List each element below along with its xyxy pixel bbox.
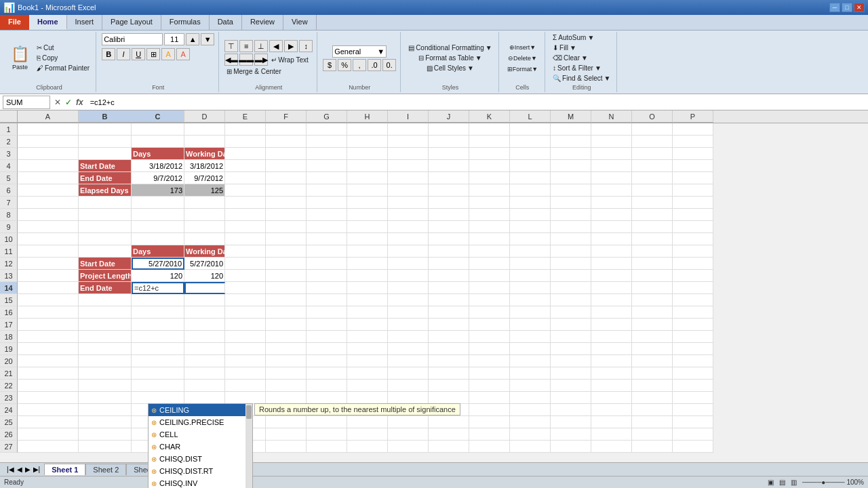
align-middle-button[interactable]: ≡ xyxy=(239,40,253,52)
cell-a6[interactable] xyxy=(18,184,79,197)
cell-a5[interactable] xyxy=(18,172,79,184)
cell-m6[interactable] xyxy=(551,184,591,197)
cell-f12[interactable] xyxy=(266,258,307,270)
cell-e8[interactable] xyxy=(225,209,266,221)
cell-styles-button[interactable]: ▨ Cell Styles ▼ xyxy=(425,64,476,73)
row-header-12[interactable]: 12 xyxy=(0,258,18,270)
cell-g2[interactable] xyxy=(307,136,347,148)
cell-a4[interactable] xyxy=(18,160,79,172)
cell-b12[interactable]: Start Date xyxy=(79,258,132,270)
cell-h2[interactable] xyxy=(347,136,388,148)
tab-view[interactable]: View xyxy=(283,15,317,30)
tab-file[interactable]: File xyxy=(0,15,29,30)
cell-o2[interactable] xyxy=(632,136,673,148)
cell-g11[interactable] xyxy=(307,245,347,258)
view-pagebreak-button[interactable]: ▥ xyxy=(791,479,797,486)
cell-g3[interactable] xyxy=(307,148,347,160)
cell-m13[interactable] xyxy=(551,270,591,282)
view-layout-button[interactable]: ▤ xyxy=(779,479,785,486)
tab-home[interactable]: Home xyxy=(29,15,67,30)
cell-f5[interactable] xyxy=(266,172,307,184)
col-header-h[interactable]: H xyxy=(347,110,388,123)
tab-insert[interactable]: Insert xyxy=(67,15,103,30)
cell-g5[interactable] xyxy=(307,172,347,184)
cell-i4[interactable] xyxy=(388,160,429,172)
increase-font-button[interactable]: ▲ xyxy=(186,33,199,45)
cell-f11[interactable] xyxy=(266,245,307,258)
cell-c1[interactable] xyxy=(132,123,184,136)
sheet-last-button[interactable]: ▶| xyxy=(32,466,42,473)
row-header-4[interactable]: 4 xyxy=(0,160,18,172)
row-header-19[interactable]: 19 xyxy=(0,343,18,355)
percent-button[interactable]: % xyxy=(338,59,351,71)
cell-l13[interactable] xyxy=(510,270,551,282)
cut-button[interactable]: ✂ Cut xyxy=(35,43,92,52)
tab-formulas[interactable]: Formulas xyxy=(161,15,210,30)
col-header-i[interactable]: I xyxy=(388,110,429,123)
cell-f7[interactable] xyxy=(266,197,307,209)
col-header-a[interactable]: A xyxy=(18,110,79,123)
row-header-3[interactable]: 3 xyxy=(0,148,18,160)
align-top-button[interactable]: ⊤ xyxy=(224,40,238,52)
cell-f10[interactable] xyxy=(266,233,307,245)
cell-i2[interactable] xyxy=(388,136,429,148)
currency-button[interactable]: $ xyxy=(323,59,336,71)
cell-h7[interactable] xyxy=(347,197,388,209)
fill-button[interactable]: ⬇ Fill ▼ xyxy=(551,43,578,52)
cell-a3[interactable] xyxy=(18,148,79,160)
cell-j13[interactable] xyxy=(429,270,469,282)
cell-j5[interactable] xyxy=(429,172,469,184)
cell-j6[interactable] xyxy=(429,184,469,197)
cell-p9[interactable] xyxy=(673,221,713,233)
cell-n1[interactable] xyxy=(591,123,632,136)
row-header-13[interactable]: 13 xyxy=(0,270,18,282)
formula-input[interactable] xyxy=(87,98,865,106)
format-as-table-button[interactable]: ⊟ Format as Table ▼ xyxy=(416,54,484,62)
col-header-e[interactable]: E xyxy=(225,110,266,123)
ac-item-chisq-dist-rt[interactable]: ⊛ CHISQ.DIST.RT xyxy=(149,465,245,477)
cell-g13[interactable] xyxy=(307,270,347,282)
cell-p8[interactable] xyxy=(673,209,713,221)
cell-k2[interactable] xyxy=(469,136,510,148)
cell-l4[interactable] xyxy=(510,160,551,172)
cell-m8[interactable] xyxy=(551,209,591,221)
cell-f1[interactable] xyxy=(266,123,307,136)
cell-e14[interactable] xyxy=(225,282,266,294)
cell-d13[interactable]: 120 xyxy=(184,270,225,282)
cell-h10[interactable] xyxy=(347,233,388,245)
cell-d8[interactable] xyxy=(184,209,225,221)
cell-e2[interactable] xyxy=(225,136,266,148)
cell-o13[interactable] xyxy=(632,270,673,282)
cell-reference-input[interactable] xyxy=(3,96,50,109)
close-button[interactable]: ✕ xyxy=(854,3,865,12)
cell-i7[interactable] xyxy=(388,197,429,209)
cell-k10[interactable] xyxy=(469,233,510,245)
cell-l1[interactable] xyxy=(510,123,551,136)
cell-i3[interactable] xyxy=(388,148,429,160)
row-header-16[interactable]: 16 xyxy=(0,306,18,319)
sheet-tab-2[interactable]: Sheet 2 xyxy=(85,464,126,475)
align-left-button[interactable]: ◀▬ xyxy=(224,54,238,66)
cell-c7[interactable] xyxy=(132,197,184,209)
row-header-27[interactable]: 27 xyxy=(0,441,18,453)
cell-l2[interactable] xyxy=(510,136,551,148)
row-header-9[interactable]: 9 xyxy=(0,221,18,233)
cell-d1[interactable] xyxy=(184,123,225,136)
cell-m10[interactable] xyxy=(551,233,591,245)
cell-i11[interactable] xyxy=(388,245,429,258)
cell-d2[interactable] xyxy=(184,136,225,148)
cell-m7[interactable] xyxy=(551,197,591,209)
cell-j3[interactable] xyxy=(429,148,469,160)
cell-o8[interactable] xyxy=(632,209,673,221)
format-cells-button[interactable]: ⊞ Format ▼ xyxy=(505,64,540,74)
cell-n8[interactable] xyxy=(591,209,632,221)
col-header-b[interactable]: B xyxy=(79,110,132,123)
clear-button[interactable]: ⌫ Clear ▼ xyxy=(551,54,590,62)
cell-e5[interactable] xyxy=(225,172,266,184)
col-header-o[interactable]: O xyxy=(632,110,673,123)
col-header-j[interactable]: J xyxy=(429,110,469,123)
confirm-formula-button[interactable]: ✓ xyxy=(64,98,73,107)
ac-item-ceiling-precise[interactable]: ⊛ CEILING.PRECISE xyxy=(149,416,245,428)
cell-m4[interactable] xyxy=(551,160,591,172)
cell-o4[interactable] xyxy=(632,160,673,172)
